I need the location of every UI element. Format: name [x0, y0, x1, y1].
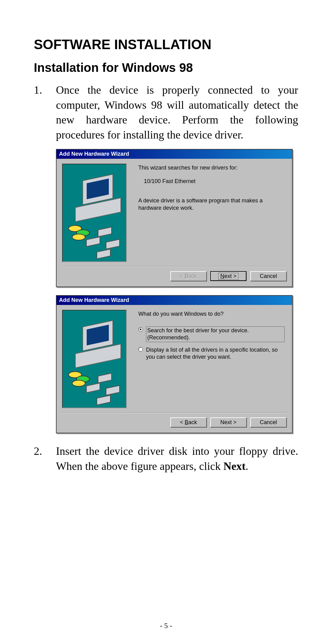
section-title: Installation for Windows 98	[34, 61, 298, 75]
step-2-text: Insert the device driver disk into your …	[56, 444, 298, 474]
cd-icon	[72, 380, 85, 387]
step-1-text: Once the device is properly connected to…	[56, 83, 298, 142]
wizard-2-prompt: What do you want Windows to do?	[138, 310, 285, 318]
option-2-label: Display a list of all the drivers in a s…	[146, 346, 285, 361]
wizard-illustration	[62, 164, 127, 262]
figures-container: Add New Hardware Wizard This wizard sear…	[56, 149, 293, 433]
floppy-icon	[97, 395, 111, 405]
wizard-1-line2: A device driver is a software program th…	[138, 197, 285, 212]
wizard-1-device: 10/100 Fast Ethernet	[144, 178, 285, 185]
page-title: SOFTWARE INSTALLATION	[34, 37, 298, 52]
next-button[interactable]: Next >	[210, 271, 247, 281]
radio-icon	[138, 347, 143, 352]
wizard-1-content: This wizard searches for new drivers for…	[135, 164, 287, 266]
floppy-icon	[86, 383, 100, 393]
wizard-1-titlebar: Add New Hardware Wizard	[57, 150, 292, 159]
floppy-icon	[86, 236, 100, 247]
cancel-button[interactable]: Cancel	[250, 417, 287, 427]
wizard-1-line1: This wizard searches for new drivers for…	[138, 164, 285, 171]
option-search-best-driver[interactable]: Search for the best driver for your devi…	[138, 326, 285, 342]
back-button: < Back	[170, 271, 207, 281]
cd-icon	[72, 234, 85, 240]
option-display-driver-list[interactable]: Display a list of all the drivers in a s…	[138, 346, 285, 361]
wizard-dialog-1: Add New Hardware Wizard This wizard sear…	[56, 149, 293, 287]
floppy-icon	[106, 385, 120, 396]
cancel-button[interactable]: Cancel	[250, 271, 287, 281]
back-button[interactable]: < Back	[170, 417, 207, 427]
option-1-label: Search for the best driver for your devi…	[146, 326, 285, 342]
floppy-icon	[98, 373, 112, 383]
step-1-number: 1.	[34, 83, 56, 142]
wizard-illustration	[62, 310, 127, 408]
step-2: 2. Insert the device driver disk into yo…	[34, 444, 298, 474]
step-1: 1. Once the device is properly connected…	[34, 83, 298, 142]
next-button[interactable]: Next >	[210, 417, 247, 427]
wizard-1-buttons: < Back Next > Cancel	[57, 267, 292, 287]
floppy-icon	[98, 227, 112, 237]
floppy-icon	[106, 239, 120, 249]
wizard-dialog-2: Add New Hardware Wizard What do you want…	[56, 295, 293, 433]
wizard-2-buttons: < Back Next > Cancel	[57, 413, 292, 433]
wizard-2-content: What do you want Windows to do? Search f…	[135, 310, 287, 412]
radio-icon	[138, 327, 143, 332]
floppy-icon	[97, 249, 111, 259]
step-2-number: 2.	[34, 444, 56, 474]
page-number: - 5 -	[0, 622, 332, 630]
wizard-2-titlebar: Add New Hardware Wizard	[57, 296, 292, 305]
